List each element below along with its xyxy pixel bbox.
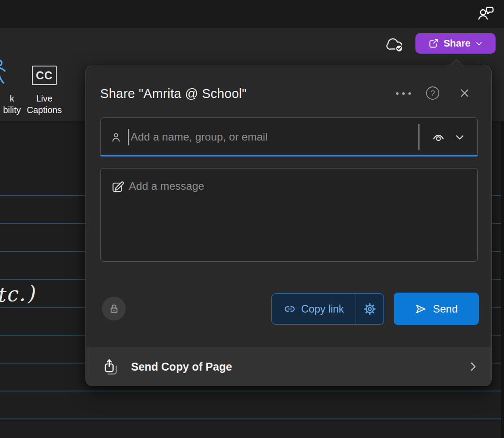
share-button-label: Share xyxy=(443,38,470,49)
copy-link-split-button: Copy link xyxy=(271,293,384,325)
chevron-right-icon xyxy=(467,360,479,373)
copy-link-button[interactable]: Copy link xyxy=(272,294,356,324)
share-dialog: Share "Amrita @ School" ? xyxy=(85,66,492,386)
share-icon xyxy=(428,38,439,49)
send-plane-icon xyxy=(415,303,427,315)
chevron-down-icon[interactable] xyxy=(450,127,470,148)
link-icon xyxy=(283,303,296,315)
export-page-icon xyxy=(102,358,120,375)
recipient-input[interactable] xyxy=(131,118,414,156)
edit-message-icon xyxy=(111,180,125,194)
top-bar xyxy=(0,0,504,28)
link-settings-button[interactable] xyxy=(356,294,384,324)
link-permission-lock-badge xyxy=(102,297,126,321)
accessibility-icon[interactable] xyxy=(0,58,10,94)
message-input[interactable] xyxy=(129,168,474,258)
person-icon xyxy=(110,132,122,143)
send-button[interactable]: Send xyxy=(394,293,479,325)
recipient-field xyxy=(100,117,478,156)
send-copy-of-page-row[interactable]: Send Copy of Page xyxy=(86,347,491,386)
gear-icon xyxy=(363,302,376,316)
focus-underline xyxy=(100,155,478,156)
copy-link-label: Copy link xyxy=(301,303,344,315)
cloud-sync-status-icon[interactable] xyxy=(385,35,406,54)
field-divider xyxy=(419,124,419,150)
handwriting-ink: tc.) xyxy=(0,281,36,307)
eye-permissions-icon[interactable] xyxy=(428,127,449,148)
message-field xyxy=(100,168,478,262)
help-glyph: ? xyxy=(430,89,435,98)
closed-captions-icon[interactable]: CC xyxy=(32,66,57,85)
page-right-edge xyxy=(501,121,504,438)
live-captions-label[interactable]: Live Captions xyxy=(13,93,75,116)
send-button-label: Send xyxy=(433,303,457,315)
people-feedback-icon[interactable] xyxy=(477,4,495,23)
share-button[interactable]: Share xyxy=(415,33,496,54)
help-icon[interactable]: ? xyxy=(425,85,441,101)
live-captions-label-line1: Live xyxy=(13,93,75,104)
live-captions-label-line2: Captions xyxy=(13,104,75,116)
text-cursor xyxy=(128,129,129,145)
dialog-title: Share "Amrita @ School" xyxy=(100,86,247,101)
more-options-icon[interactable] xyxy=(394,88,413,99)
close-icon[interactable] xyxy=(457,86,472,101)
chevron-down-icon xyxy=(475,41,483,47)
cc-badge-text: CC xyxy=(36,69,53,82)
send-copy-of-page-label: Send Copy of Page xyxy=(131,360,467,373)
